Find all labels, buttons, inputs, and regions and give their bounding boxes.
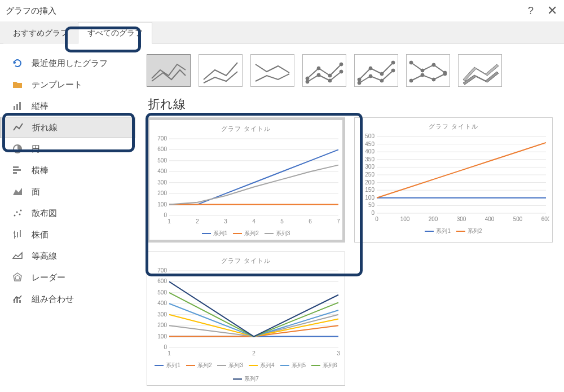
svg-point-30 xyxy=(369,67,372,70)
svg-text:350: 350 xyxy=(365,156,374,162)
tab-all-charts[interactable]: すべてのグラフ xyxy=(78,22,152,44)
svg-text:600: 600 xyxy=(157,146,167,152)
svg-point-8 xyxy=(16,212,18,213)
sidebar-item-label: レーダー xyxy=(32,272,65,283)
svg-point-31 xyxy=(380,72,384,76)
chart-preview-card[interactable]: グラフ タイトル01002003004005006007001234567系列1… xyxy=(147,117,345,243)
sidebar-item-recent[interactable]: 最近使用したグラフ xyxy=(0,52,135,74)
sidebar-item-bar[interactable]: 横棒 xyxy=(0,160,135,181)
svg-text:500: 500 xyxy=(157,289,167,296)
chart-preview-card[interactable]: グラフ タイトル05010015020025030035040045050001… xyxy=(354,117,553,243)
svg-text:50: 50 xyxy=(368,202,375,208)
svg-point-38 xyxy=(421,69,424,72)
chart-plot: 0501001502002503003504004505000100200300… xyxy=(358,133,549,225)
svg-point-37 xyxy=(409,61,413,64)
chart-plot: 0100200300400500600700123 xyxy=(150,267,342,359)
svg-point-36 xyxy=(391,69,395,72)
subtype-stacked-line-markers[interactable] xyxy=(354,54,398,87)
pie-chart-icon xyxy=(11,143,24,155)
sidebar-item-label: テンプレート xyxy=(32,80,82,90)
chart-title: グラフ タイトル xyxy=(429,122,478,131)
svg-text:0: 0 xyxy=(375,216,378,222)
sidebar-item-pie[interactable]: 円 xyxy=(0,138,135,160)
help-icon[interactable]: ? xyxy=(528,6,534,16)
chart-legend: 系列1系列2系列3 xyxy=(202,230,290,237)
tab-bar: おすすめグラフ すべてのグラフ xyxy=(0,21,564,44)
subtype-line[interactable] xyxy=(147,54,191,87)
main-panel: 折れ線 グラフ タイトル0100200300400500600700123456… xyxy=(135,44,564,392)
subtype-stacked-line[interactable] xyxy=(199,54,243,87)
svg-text:4: 4 xyxy=(252,218,255,224)
sidebar-item-scatter[interactable]: 散布図 xyxy=(0,202,135,224)
legend-item: 系列4 xyxy=(249,362,275,369)
chart-preview-card[interactable]: グラフ タイトル0100200300400500600700123系列1系列2系… xyxy=(147,252,345,386)
subtype-line-markers[interactable] xyxy=(302,54,346,87)
svg-text:3: 3 xyxy=(224,218,227,224)
svg-point-27 xyxy=(328,79,332,82)
svg-point-42 xyxy=(421,73,424,77)
svg-point-33 xyxy=(358,81,361,85)
svg-point-43 xyxy=(432,78,435,81)
combo-chart-icon xyxy=(11,293,24,305)
sidebar-item-surface[interactable]: 等高線 xyxy=(0,245,135,267)
svg-point-28 xyxy=(340,70,343,73)
svg-rect-19 xyxy=(16,297,18,303)
svg-point-32 xyxy=(391,61,395,64)
legend-item: 系列7 xyxy=(233,375,259,383)
legend-item: 系列5 xyxy=(280,362,306,369)
svg-point-44 xyxy=(443,72,447,76)
sidebar-item-stock[interactable]: 株価 xyxy=(0,224,135,245)
sidebar-item-area[interactable]: 面 xyxy=(0,181,135,202)
svg-text:200: 200 xyxy=(157,322,167,328)
svg-rect-1 xyxy=(16,104,18,110)
sidebar-item-label: 縦棒 xyxy=(32,101,49,112)
svg-text:5: 5 xyxy=(280,218,284,224)
sidebar-item-column[interactable]: 縦棒 xyxy=(0,95,135,117)
bar-chart-icon xyxy=(11,164,24,177)
section-title: 折れ線 xyxy=(148,96,558,113)
svg-point-29 xyxy=(358,78,361,81)
chart-title: グラフ タイトル xyxy=(221,257,271,265)
legend-item: 系列1 xyxy=(155,362,180,369)
chart-type-sidebar: 最近使用したグラフテンプレート縦棒折れ線円横棒面散布図株価等高線レーダー組み合わ… xyxy=(0,44,135,392)
sidebar-item-label: 組み合わせ xyxy=(32,294,74,305)
area-chart-icon xyxy=(11,186,24,198)
legend-item: 系列6 xyxy=(311,362,337,369)
svg-text:700: 700 xyxy=(157,267,167,274)
svg-text:100: 100 xyxy=(157,333,167,340)
chart-previews: グラフ タイトル01002003004005006007001234567系列1… xyxy=(147,117,558,386)
svg-text:600: 600 xyxy=(541,216,549,222)
legend-item: 系列3 xyxy=(217,362,243,369)
subtype-100-stacked-line[interactable] xyxy=(250,54,294,87)
svg-text:2: 2 xyxy=(196,218,199,224)
line-chart-icon xyxy=(12,121,24,134)
subtype-3d-line[interactable] xyxy=(458,54,502,87)
sidebar-item-templates[interactable]: テンプレート xyxy=(0,74,135,95)
sidebar-item-label: 株価 xyxy=(32,230,49,240)
svg-point-34 xyxy=(369,74,372,78)
sidebar-item-line[interactable]: 折れ線 xyxy=(0,117,135,138)
svg-text:500: 500 xyxy=(513,216,523,222)
sidebar-item-combo[interactable]: 組み合わせ xyxy=(0,288,135,310)
svg-text:200: 200 xyxy=(429,216,438,222)
svg-text:300: 300 xyxy=(457,216,466,222)
sidebar-item-label: 折れ線 xyxy=(32,122,58,133)
svg-text:450: 450 xyxy=(365,141,374,147)
chart-subtype-row xyxy=(147,54,558,87)
scatter-chart-icon xyxy=(11,207,24,219)
svg-rect-4 xyxy=(13,166,19,168)
sidebar-item-label: 円 xyxy=(32,144,40,155)
sidebar-item-radar[interactable]: レーダー xyxy=(0,267,135,288)
svg-text:400: 400 xyxy=(157,168,167,174)
close-icon[interactable]: ✕ xyxy=(547,5,557,17)
svg-text:500: 500 xyxy=(157,157,167,164)
svg-text:600: 600 xyxy=(157,278,167,284)
svg-text:300: 300 xyxy=(365,164,374,170)
svg-text:6: 6 xyxy=(309,218,312,224)
legend-item: 系列1 xyxy=(202,230,228,237)
svg-point-35 xyxy=(380,79,384,82)
tab-recommended[interactable]: おすすめグラフ xyxy=(3,22,78,44)
radar-chart-icon xyxy=(11,271,24,284)
subtype-100-stacked-line-markers[interactable] xyxy=(406,54,450,87)
chart-title: グラフ タイトル xyxy=(221,125,271,133)
